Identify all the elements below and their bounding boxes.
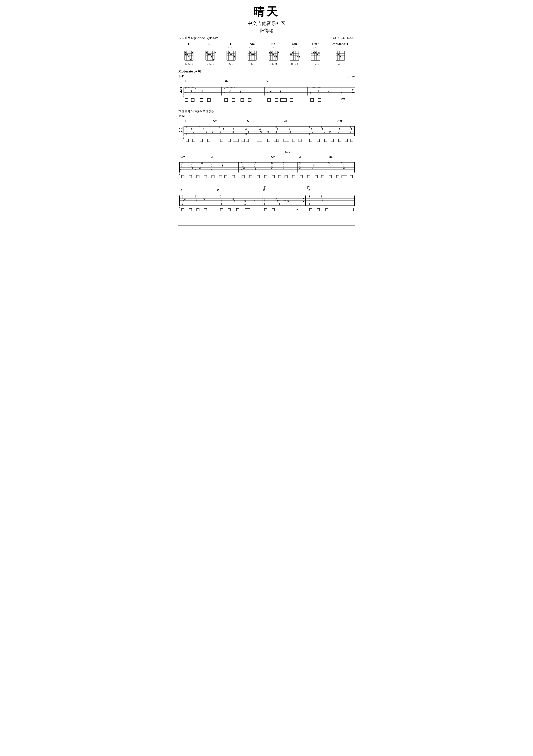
svg-text:1: 1 xyxy=(244,202,246,205)
svg-text:3: 3 xyxy=(317,89,319,92)
svg-text:3: 3 xyxy=(343,167,345,170)
svg-text:3: 3 xyxy=(245,133,247,136)
annotation: 本谱由育帝根据钢琴谱改编 xyxy=(178,110,215,113)
svg-text:•: • xyxy=(179,130,180,133)
tempo-3: ♩= 55 xyxy=(285,150,292,154)
svg-rect-50 xyxy=(267,98,270,101)
svg-text:3: 3 xyxy=(206,130,207,133)
svg-text:2: 2 xyxy=(270,89,272,92)
svg-rect-282 xyxy=(182,208,184,211)
svg-rect-55 xyxy=(318,98,321,101)
svg-rect-138 xyxy=(317,139,319,142)
svg-text:2: 2 xyxy=(220,130,221,133)
svg-text:2: 2 xyxy=(202,128,204,131)
svg-text:3: 3 xyxy=(193,130,194,133)
svg-text:3: 3 xyxy=(195,169,196,172)
svg-text:3: 3 xyxy=(277,200,278,203)
svg-rect-220 xyxy=(307,175,310,178)
svg-text:2: 2 xyxy=(271,167,273,170)
svg-text:Bb: Bb xyxy=(329,155,333,158)
svg-text:1: 1 xyxy=(264,202,265,205)
svg-text:3: 3 xyxy=(312,130,314,133)
svg-rect-48 xyxy=(241,98,244,101)
svg-text:0: 0 xyxy=(245,128,247,131)
svg-rect-210 xyxy=(232,175,235,178)
svg-point-247 xyxy=(303,201,304,202)
svg-text:1: 1 xyxy=(328,167,330,170)
svg-text:3: 3 xyxy=(328,89,330,92)
svg-text:1: 1 xyxy=(309,202,310,205)
svg-rect-293 xyxy=(310,208,312,211)
svg-text:0: 0 xyxy=(181,164,183,167)
chord-am: Am×○ ○--231- xyxy=(246,42,258,65)
svg-rect-135 xyxy=(292,139,295,142)
svg-text:F/E: F/E xyxy=(223,79,228,82)
svg-rect-137 xyxy=(310,139,312,142)
svg-rect-49 xyxy=(248,98,251,101)
svg-text:3: 3 xyxy=(290,130,291,133)
svg-text:3: 3 xyxy=(190,89,192,92)
svg-text:Am: Am xyxy=(213,119,217,122)
chord-bb: Bb×-12341 xyxy=(267,42,279,65)
svg-rect-290 xyxy=(264,208,267,211)
svg-rect-226 xyxy=(350,175,352,178)
tempo-2: ♩= 60 xyxy=(178,114,355,118)
svg-text:12: 12 xyxy=(179,206,181,209)
svg-rect-139 xyxy=(324,139,327,142)
svg-rect-208 xyxy=(219,175,222,178)
svg-text:4: 4 xyxy=(180,90,182,93)
svg-rect-217 xyxy=(285,175,287,178)
svg-rect-223 xyxy=(329,175,331,178)
svg-text:3: 3 xyxy=(221,202,222,205)
svg-rect-289 xyxy=(245,208,250,211)
svg-rect-216 xyxy=(278,175,281,178)
svg-rect-128 xyxy=(242,139,244,142)
svg-text:F: F xyxy=(181,189,182,192)
svg-rect-206 xyxy=(204,175,207,178)
svg-rect-294 xyxy=(317,208,319,211)
svg-rect-121 xyxy=(186,139,189,142)
svg-rect-207 xyxy=(212,175,214,178)
svg-text:0: 0 xyxy=(267,87,268,90)
svg-rect-283 xyxy=(189,208,192,211)
svg-text:C: C xyxy=(217,189,219,192)
qq-info: QQ： 347669577 xyxy=(333,36,355,40)
svg-text:0: 0 xyxy=(201,162,203,165)
svg-rect-285 xyxy=(204,208,207,211)
svg-rect-288 xyxy=(237,208,239,211)
artist: 班得瑞 xyxy=(178,28,355,34)
chord-dm7: Dm7××○---211 xyxy=(310,42,321,65)
svg-text:3: 3 xyxy=(199,167,201,170)
svg-rect-215 xyxy=(272,175,274,178)
svg-rect-218 xyxy=(292,175,295,178)
svg-rect-46 xyxy=(225,98,228,101)
svg-text:F: F xyxy=(312,119,313,122)
svg-text:2: 2 xyxy=(233,130,234,133)
svg-text:1: 1 xyxy=(186,133,188,136)
svg-rect-225 xyxy=(342,175,347,178)
svg-rect-142 xyxy=(345,139,347,142)
svg-text:1: 1 xyxy=(309,133,310,136)
svg-point-16 xyxy=(352,92,354,93)
svg-rect-42 xyxy=(191,98,194,101)
svg-text:0: 0 xyxy=(212,130,214,133)
svg-rect-205 xyxy=(197,175,199,178)
svg-rect-44 xyxy=(207,98,211,101)
page-title: 晴天 xyxy=(178,4,355,19)
svg-text:3: 3 xyxy=(229,89,231,92)
svg-rect-219 xyxy=(300,175,302,178)
svg-text:2: 2 xyxy=(338,130,339,133)
svg-text:2: 2 xyxy=(223,128,224,131)
svg-text:5: 5 xyxy=(311,162,313,165)
svg-text:3: 3 xyxy=(299,167,301,170)
svg-text:1: 1 xyxy=(199,125,201,129)
svg-text:Am: Am xyxy=(271,155,275,158)
svg-rect-130 xyxy=(257,139,262,142)
tab-section-3: Gm C F Am C Bb 9 0 0 0 0 0 1 1 3 3 3 0 0… xyxy=(178,155,355,185)
svg-text:3: 3 xyxy=(322,200,323,203)
svg-text:3: 3 xyxy=(240,92,241,95)
svg-rect-53 xyxy=(290,98,293,101)
svg-text:1: 1 xyxy=(310,92,312,95)
chord-em7madd11: Em7Madd11+ ○-23--- xyxy=(331,42,350,65)
svg-text:1: 1 xyxy=(185,92,187,95)
